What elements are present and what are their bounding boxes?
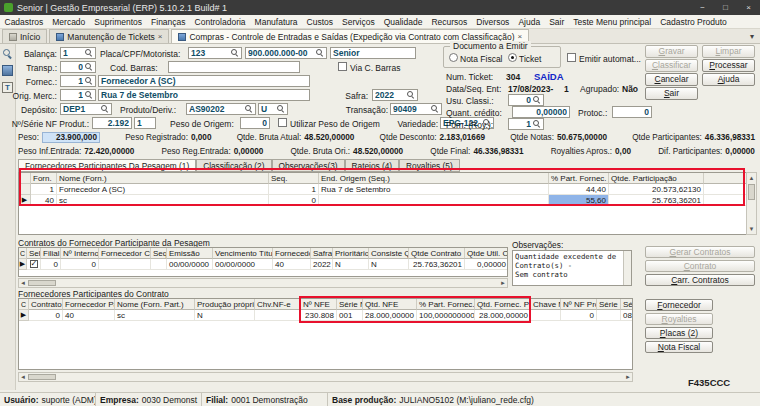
menu-item[interactable]: Custos <box>302 17 337 27</box>
column-header[interactable]: Qtde. Participação <box>609 173 704 184</box>
protoc-field[interactable]: 0 <box>612 106 652 118</box>
orig-merc-field[interactable]: 1 <box>60 89 96 101</box>
cancelar-button[interactable]: Cancelar <box>645 73 698 86</box>
table-cell[interactable]: 40 <box>273 259 311 270</box>
table-cell[interactable]: 0 <box>269 195 319 206</box>
nf-num-field[interactable]: 2.192 <box>92 117 132 129</box>
tab-inicio[interactable]: Início <box>2 29 47 43</box>
tab-manutencao-tickets[interactable]: Manutenção de Tickets × <box>49 29 169 43</box>
column-header[interactable]: Sel. <box>27 248 41 259</box>
classificar-button[interactable]: Classificar <box>645 59 698 72</box>
table-cell[interactable]: 08 <box>621 310 633 321</box>
table-cell[interactable]: 20.573,62130 <box>609 184 704 195</box>
table-cell[interactable] <box>597 310 621 321</box>
column-header[interactable]: Série Legal <box>597 299 621 310</box>
close-button[interactable]: × <box>737 0 760 15</box>
table-cell[interactable]: 230.808 <box>301 310 337 321</box>
observacoes-box[interactable]: Quantidade excedente de Contrato(s) - Se… <box>512 250 632 286</box>
menu-item[interactable]: Diversos <box>472 17 514 27</box>
column-header[interactable]: Fornecedor Ctr. <box>99 248 151 259</box>
table-cell[interactable]: N <box>333 259 369 270</box>
table-cell[interactable]: 0,00000 <box>465 259 508 270</box>
contrato-horizontal-scrollbar[interactable]: ◄ ► <box>18 372 633 382</box>
table-cell[interactable]: Fornecedor A (SC) <box>57 184 269 195</box>
menu-item[interactable]: Controladoria <box>190 17 250 27</box>
column-header[interactable]: Série Doc. Fiscal <box>621 299 633 310</box>
table-cell[interactable] <box>531 310 561 321</box>
orig-desc-field[interactable]: Rua 7 de Setembro <box>98 89 310 101</box>
fornec-field[interactable]: 1 <box>60 75 96 87</box>
lookup-icon[interactable] <box>275 104 285 114</box>
lookup-icon[interactable] <box>405 90 415 100</box>
scroll-right-icon[interactable]: ► <box>499 278 507 288</box>
table-cell[interactable] <box>704 184 747 195</box>
tab-rateios[interactable]: Rateios (4) <box>345 159 400 172</box>
column-header[interactable]: Forn. <box>31 173 57 184</box>
ticket-radio[interactable] <box>508 53 517 62</box>
tab-fornecedores-pesagem[interactable]: Fornecedores Participantes Da Pesagem (1… <box>18 159 196 172</box>
table-cell[interactable]: 001 <box>337 310 363 321</box>
tab-observacoes[interactable]: Observações(3) <box>272 159 345 172</box>
column-header[interactable]: Nº Interno <box>61 248 99 259</box>
table-cell[interactable]: 28.000,00000 <box>475 310 531 321</box>
lookup-icon[interactable] <box>531 119 541 129</box>
menu-item[interactable]: Teste Menu principal <box>569 17 656 27</box>
table-cell[interactable]: 0 <box>61 259 99 270</box>
menu-item[interactable]: Mercado <box>48 17 90 27</box>
cod-barras-field[interactable] <box>168 61 300 73</box>
column-header[interactable]: Qtd. NFE <box>363 299 417 310</box>
menu-item[interactable]: Qualidade <box>379 17 427 27</box>
lookup-icon[interactable] <box>99 104 109 114</box>
table-cell[interactable]: 28.000,00000 <box>363 310 417 321</box>
peso-field[interactable]: 23.900,000 <box>42 132 100 143</box>
processar-button[interactable]: Processar <box>702 59 755 72</box>
table-cell[interactable] <box>151 259 167 270</box>
column-header[interactable]: % Part. Fornec. <box>549 173 609 184</box>
cpf-field[interactable]: 900.000.000-00 <box>245 47 327 59</box>
observacoes-scrollbar[interactable] <box>623 251 631 285</box>
column-header[interactable]: Prioritário <box>333 248 369 259</box>
produto-field[interactable]: AS90202 <box>186 103 256 115</box>
column-header[interactable]: Fornecedor Part. <box>63 299 115 310</box>
table-cell[interactable]: 44,40 <box>549 184 609 195</box>
deriv-field[interactable]: U <box>258 103 288 115</box>
fornec-desc-field[interactable]: Fornecedor A (SC) <box>98 75 310 87</box>
table-cell[interactable]: 2022 <box>311 259 333 270</box>
deposito-field[interactable]: DEP1 <box>60 103 112 115</box>
column-header[interactable]: Qtde Util. Outros. Rei <box>465 248 508 259</box>
column-header[interactable]: Filial <box>41 248 61 259</box>
column-header[interactable]: Produção própria <box>195 299 255 310</box>
lookup-icon[interactable] <box>83 62 93 72</box>
column-header[interactable]: Nome (Forn. Part.) <box>115 299 195 310</box>
limpar-button[interactable]: Limpar <box>702 45 755 58</box>
contratos-horizontal-scrollbar[interactable]: ◄ ► <box>18 278 508 288</box>
table-cell[interactable]: N <box>195 310 255 321</box>
tab-royalties[interactable]: Royalties (5) <box>399 159 460 172</box>
column-header[interactable]: End. Origem (Seq.) <box>319 173 549 184</box>
lookup-icon[interactable] <box>429 104 439 114</box>
table-cell[interactable]: 100,0000000000 <box>417 310 475 321</box>
lookup-icon[interactable] <box>243 104 253 114</box>
quant-credito-field[interactable]: 0,00000 <box>512 106 570 118</box>
scrollbar-thumb[interactable] <box>28 374 56 380</box>
column-header[interactable] <box>704 173 747 184</box>
tab-classificacao[interactable]: Classificação (2) <box>196 159 271 172</box>
column-header[interactable]: Safra <box>311 248 333 259</box>
table-cell[interactable]: 0 <box>561 310 597 321</box>
ajuda-button[interactable]: Ajuda <box>702 73 755 86</box>
scrollbar-thumb[interactable] <box>748 184 755 200</box>
scroll-up-icon[interactable]: ▲ <box>748 173 756 183</box>
gerar-contratos-button[interactable]: Gerar Contratos <box>645 246 755 258</box>
nf-serie-field[interactable]: 1 <box>134 117 156 129</box>
close-tab-icon[interactable]: × <box>158 32 163 41</box>
menu-item[interactable]: Serviços <box>338 17 380 27</box>
lookup-icon[interactable] <box>83 90 93 100</box>
placas-button[interactable]: Placas (2) <box>645 327 713 339</box>
maximize-button[interactable]: □ <box>714 0 737 15</box>
placa-field[interactable]: 123 <box>188 47 242 59</box>
scroll-left-icon[interactable]: ◄ <box>19 372 27 382</box>
emitir-automat-checkbox[interactable] <box>567 53 576 62</box>
column-header[interactable]: Seq. <box>151 248 167 259</box>
column-header[interactable]: Série NFE <box>337 299 363 310</box>
column-header[interactable]: Nome (Forn.) <box>57 173 269 184</box>
